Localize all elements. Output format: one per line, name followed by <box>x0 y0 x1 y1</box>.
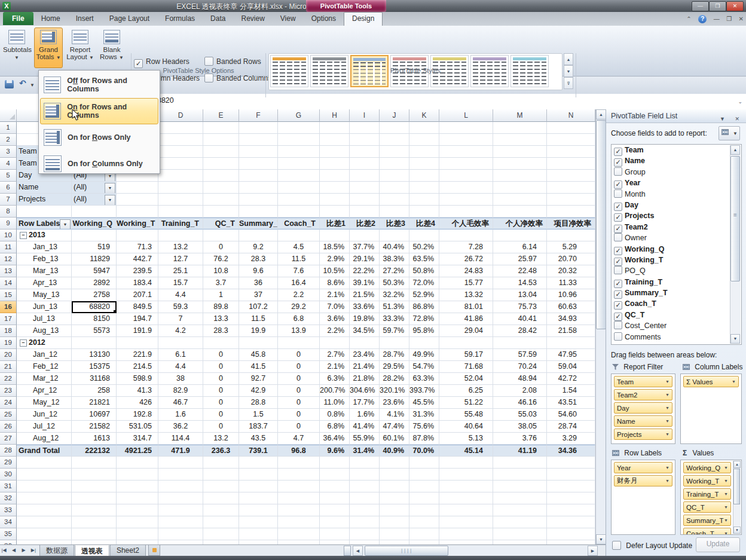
pivot-value-cell[interactable]: 2.2% <box>320 325 350 337</box>
pivot-row-label[interactable]: Feb_12 <box>17 361 72 373</box>
empty-cell[interactable] <box>117 457 158 469</box>
empty-cell[interactable] <box>158 170 203 182</box>
row-header-7[interactable]: 7 <box>0 194 17 206</box>
pivot-value-cell[interactable]: 82.9 <box>158 385 203 397</box>
pivot-value-cell[interactable]: 63.5% <box>409 253 439 265</box>
values-area[interactable]: Working_Q▼Working_T▼Training_T▼QC_T▼Summ… <box>680 460 742 535</box>
empty-cell[interactable] <box>547 182 595 194</box>
pivot-value-cell[interactable]: 0 <box>278 385 320 397</box>
empty-cell[interactable] <box>380 194 409 206</box>
empty-cell[interactable] <box>380 134 409 146</box>
empty-cell[interactable] <box>380 516 409 528</box>
select-all-corner[interactable] <box>0 109 17 122</box>
pivot-value-cell[interactable]: 76.2 <box>203 253 239 265</box>
field-checkbox-icon[interactable] <box>614 266 622 274</box>
pivot-value-cell[interactable]: 7.28 <box>439 241 493 253</box>
empty-cell[interactable] <box>350 134 380 146</box>
field-item-cost_center[interactable]: Cost_Center <box>612 320 741 331</box>
pivot-value-cell[interactable]: 11829 <box>72 253 117 265</box>
pivot-value-cell[interactable]: 15375 <box>72 361 117 373</box>
empty-cell[interactable] <box>17 206 72 218</box>
pivot-value-cell[interactable]: 31.4% <box>350 445 380 457</box>
pivot-row-label[interactable]: Apr_13 <box>17 277 72 289</box>
empty-cell[interactable] <box>239 122 278 134</box>
empty-cell[interactable] <box>493 481 547 492</box>
field-button-name[interactable]: Name▼ <box>614 415 672 427</box>
empty-cell[interactable] <box>380 206 409 218</box>
empty-cell[interactable] <box>320 206 350 218</box>
update-button[interactable]: Update <box>696 537 740 552</box>
row-header-8[interactable]: 8 <box>0 206 17 218</box>
empty-cell[interactable] <box>239 182 278 194</box>
pivot-value-cell[interactable]: 207.1 <box>117 289 158 301</box>
pivot-value-cell[interactable] <box>493 337 547 349</box>
empty-cell[interactable] <box>439 134 493 146</box>
row-header-18[interactable]: 18 <box>0 325 17 337</box>
empty-cell[interactable] <box>72 481 117 492</box>
horizontal-scrollbar[interactable]: ◀ ▶ <box>353 546 598 556</box>
empty-cell[interactable] <box>439 528 493 540</box>
field-item-working_t[interactable]: Working_T <box>612 255 741 265</box>
pivot-value-cell[interactable]: 2.2 <box>278 289 320 301</box>
next-sheet-icon[interactable]: ▶ <box>20 545 27 556</box>
pivot-header-cell[interactable]: Row Labels▼ <box>17 218 72 229</box>
empty-cell[interactable] <box>380 158 409 170</box>
empty-cell[interactable] <box>409 516 439 528</box>
empty-cell[interactable] <box>17 516 72 528</box>
empty-cell[interactable] <box>320 134 350 146</box>
pivot-value-cell[interactable]: 11.5 <box>278 253 320 265</box>
insert-worksheet-icon[interactable] <box>148 545 160 556</box>
pivot-value-cell[interactable]: 13130 <box>72 349 117 361</box>
empty-cell[interactable] <box>158 504 203 516</box>
row-header-30[interactable]: 30 <box>0 469 17 481</box>
pivot-value-cell[interactable] <box>117 337 158 349</box>
pivot-value-cell[interactable]: 18.5% <box>320 241 350 253</box>
field-item-month[interactable]: Month <box>612 189 741 200</box>
checkbox-icon[interactable] <box>204 57 213 66</box>
pivot-row-label[interactable]: Aug_12 <box>17 433 72 445</box>
empty-cell[interactable] <box>493 516 547 528</box>
row-header-16[interactable]: 16 <box>0 301 17 313</box>
empty-cell[interactable] <box>547 146 595 158</box>
empty-cell[interactable] <box>439 469 493 481</box>
empty-cell[interactable] <box>203 481 239 492</box>
pivot-value-cell[interactable]: 13.2 <box>203 433 239 445</box>
pivot-value-cell[interactable]: 71.68 <box>439 361 493 373</box>
pivot-header-cell[interactable]: Working_T <box>117 218 158 229</box>
pivot-value-cell[interactable] <box>350 337 380 349</box>
empty-cell[interactable] <box>320 528 350 540</box>
pivot-row-label[interactable]: May_13 <box>17 289 72 301</box>
column-header-F[interactable]: F <box>239 109 278 122</box>
field-item-group[interactable]: Group <box>612 167 741 178</box>
empty-cell[interactable] <box>17 492 72 504</box>
empty-cell[interactable] <box>439 158 493 170</box>
pivot-value-cell[interactable]: 0 <box>278 421 320 433</box>
field-item-name[interactable]: Name <box>612 155 741 166</box>
pivot-value-cell[interactable]: 7.6 <box>278 265 320 277</box>
empty-cell[interactable] <box>158 481 203 492</box>
empty-cell[interactable] <box>278 540 320 544</box>
first-sheet-icon[interactable]: |◀ <box>0 545 8 556</box>
pivot-value-cell[interactable]: 191.9 <box>117 325 158 337</box>
empty-cell[interactable] <box>409 481 439 492</box>
row-header-3[interactable]: 3 <box>0 146 17 158</box>
empty-cell[interactable] <box>278 122 320 134</box>
pivot-value-cell[interactable]: 2.9% <box>320 253 350 265</box>
pivot-value-cell[interactable]: 9.6 <box>239 265 278 277</box>
pivot-value-cell[interactable]: 2.7% <box>320 349 350 361</box>
empty-cell[interactable] <box>493 122 547 134</box>
field-item-owner[interactable]: Owner <box>612 232 741 243</box>
pivot-value-cell[interactable]: 214.5 <box>117 361 158 373</box>
field-button-σ-values[interactable]: Σ Values▼ <box>683 376 739 387</box>
pivot-value-cell[interactable]: 1.6% <box>350 409 380 421</box>
pivot-value-cell[interactable] <box>409 337 439 349</box>
empty-cell[interactable] <box>409 194 439 206</box>
pivot-header-cell[interactable]: 比差1 <box>320 218 350 229</box>
column-header-E[interactable]: E <box>203 109 239 122</box>
empty-cell[interactable] <box>409 528 439 540</box>
pivot-value-cell[interactable]: 0 <box>203 241 239 253</box>
doc-close-icon[interactable]: ✕ <box>739 16 744 22</box>
pivot-value-cell[interactable]: 13.3 <box>203 313 239 325</box>
pivot-value-cell[interactable]: 4.5 <box>278 241 320 253</box>
row-header-1[interactable]: 1 <box>0 122 17 134</box>
